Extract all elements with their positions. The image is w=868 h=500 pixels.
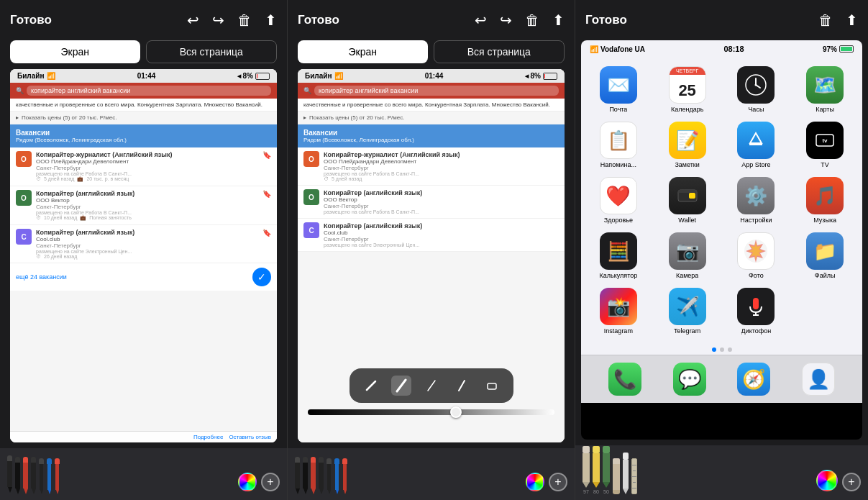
pen-3-1[interactable]: 97	[583, 446, 590, 494]
pen-2-1[interactable]	[295, 457, 300, 494]
redo-icon-2[interactable]: ↪	[500, 12, 512, 29]
app-calendar[interactable]: ЧЕТВЕРГ 25 Календарь	[653, 62, 722, 117]
app-files[interactable]: 📁 Файлы	[790, 228, 859, 283]
app-wallet[interactable]: Wallet	[653, 173, 722, 228]
job-time-0: ⏱ 5 дней назад 💼 20 тыс. р. в месяц	[36, 176, 271, 182]
draw-tool-thin[interactable]	[421, 376, 442, 396]
svg-rect-4	[488, 383, 496, 389]
trash-icon-1[interactable]: 🗑	[237, 12, 252, 29]
color-wheel-1[interactable]	[238, 473, 257, 491]
draw-tool-angled[interactable]	[452, 376, 472, 396]
share-icon-3[interactable]: ⬆	[846, 12, 858, 29]
feedback-link-1[interactable]: Оставить отзыв	[229, 434, 271, 440]
bookmark-icon-0[interactable]: 🔖	[262, 151, 271, 159]
pen-2-5[interactable]	[326, 458, 332, 494]
app-clock[interactable]: Часы	[722, 62, 791, 117]
panel-screenshot-1: Готово ↩ ↪ 🗑 ⬆ Экран Вся страница Билайн…	[0, 0, 288, 500]
bookmark-icon-2[interactable]: 🔖	[262, 229, 271, 237]
pen-1-6[interactable]	[47, 458, 52, 494]
pen-2-7[interactable]	[342, 458, 347, 494]
dock-messages[interactable]: 💬	[670, 360, 709, 399]
more-vacancies-1[interactable]: ещё 24 вакансии	[16, 273, 67, 281]
app-calculator[interactable]: 🧮 Калькулятор	[584, 228, 653, 283]
mail-label: Почта	[609, 106, 627, 113]
pen-2-2[interactable]	[303, 457, 308, 494]
color-slider-knob-2[interactable]	[450, 406, 462, 418]
notes-label: Заметки	[675, 161, 699, 168]
job-item-1[interactable]: О Копирайтер (английский язык) ООО Векто…	[10, 186, 277, 225]
add-pen-button-1[interactable]: +	[261, 473, 280, 491]
add-pen-button-3[interactable]: +	[842, 473, 861, 491]
color-slider-2[interactable]	[308, 409, 554, 415]
fab-1[interactable]: ✓	[252, 268, 271, 286]
wifi-icon-1: 📶	[47, 72, 55, 80]
done-button-2[interactable]: Готово	[298, 13, 339, 27]
wallet-label: Wallet	[678, 217, 696, 224]
pen-3-eraser[interactable]	[613, 458, 620, 494]
color-wheel-2[interactable]	[526, 473, 544, 491]
add-pen-button-2[interactable]: +	[549, 473, 567, 491]
job-location-2: Санкт-Петербург	[36, 242, 271, 249]
pen-1-2[interactable]	[15, 457, 20, 494]
tab-fullpage-1[interactable]: Вся страница	[146, 40, 278, 63]
appstore-label: App Store	[741, 161, 770, 168]
dock-safari[interactable]: 🧭	[734, 360, 773, 399]
bookmark-icon-1[interactable]: 🔖	[262, 190, 271, 198]
pen-1-7[interactable]	[55, 458, 60, 494]
trash-icon-3[interactable]: 🗑	[818, 12, 833, 29]
pen-1-3[interactable]	[23, 457, 28, 494]
app-music[interactable]: 🎵 Музыка	[790, 173, 859, 228]
pen-2-4[interactable]	[319, 457, 324, 494]
app-camera[interactable]: 📷 Камера	[653, 228, 722, 283]
pen-2-6[interactable]	[334, 458, 339, 494]
search-field-1[interactable]: копирайтер английский вакансии	[27, 86, 271, 96]
share-icon-2[interactable]: ⬆	[552, 12, 565, 29]
job-item-2[interactable]: С Копирайтер (английский язык) Cool.club…	[10, 225, 277, 263]
draw-tool-diagonal[interactable]	[361, 376, 381, 396]
undo-icon-2[interactable]: ↩	[475, 12, 487, 29]
details-link-1[interactable]: Подробнее	[193, 434, 224, 440]
undo-icon-1[interactable]: ↩	[187, 12, 199, 29]
draw-tool-pen-selected[interactable]	[391, 376, 411, 396]
pen-3-2[interactable]: 80	[593, 446, 600, 494]
app-instagram[interactable]: 📸 Instagram	[584, 283, 653, 339]
app-dictation[interactable]: Диктофон	[722, 283, 791, 339]
pen-3-ruler[interactable]	[631, 458, 637, 494]
job-info-2: Копирайтер (английский язык) Cool.club С…	[36, 229, 271, 259]
app-reminders[interactable]: 📋 Напомина...	[584, 117, 653, 173]
pen-1-1[interactable]	[7, 455, 12, 494]
dock-contacts[interactable]: 👤	[799, 360, 838, 399]
tab-fullpage-2[interactable]: Вся страница	[434, 40, 565, 63]
pen-1-4[interactable]	[31, 457, 36, 494]
app-maps[interactable]: 🗺️ Карты	[790, 62, 859, 117]
tab-screen-1[interactable]: Экран	[10, 40, 140, 63]
app-mail[interactable]: ✉️ Почта	[584, 62, 653, 117]
maps-icon: 🗺️	[806, 66, 844, 104]
pen-3-3[interactable]: 50	[603, 446, 610, 494]
app-telegram[interactable]: ✈️ Telegram	[653, 283, 722, 339]
done-button-1[interactable]: Готово	[10, 13, 52, 27]
app-tv[interactable]: tv TV	[790, 117, 859, 173]
pen-3-white[interactable]	[623, 453, 629, 494]
calculator-label: Калькулятор	[600, 272, 638, 279]
pen-1-5[interactable]	[39, 458, 44, 494]
ios-battery-pct: 97%	[823, 45, 837, 53]
draw-tool-eraser[interactable]	[482, 376, 502, 396]
pen-2-3[interactable]	[311, 457, 316, 494]
app-notes[interactable]: 📝 Заметки	[653, 117, 722, 173]
color-wheel-3[interactable]	[816, 470, 838, 491]
app-settings[interactable]: ⚙️ Настройки	[722, 173, 791, 228]
done-button-3[interactable]: Готово	[585, 13, 627, 27]
job-company-0: ООО Плейджандари Девелопмент	[36, 158, 271, 165]
app-health[interactable]: ❤️ Здоровье	[584, 173, 653, 228]
tab-screen-2[interactable]: Экран	[298, 40, 428, 63]
dock-phone[interactable]: 📞	[606, 360, 644, 399]
settings-label: Настройки	[740, 217, 772, 224]
app-photos[interactable]: Фото	[722, 228, 791, 283]
trash-icon-2[interactable]: 🗑	[525, 12, 539, 29]
share-icon-1[interactable]: ⬆	[265, 12, 277, 29]
app-appstore[interactable]: App Store	[722, 117, 791, 173]
job-item-0[interactable]: О Копирайтер-журналист (Английский язык)…	[10, 147, 277, 186]
redo-icon-1[interactable]: ↪	[212, 12, 224, 29]
messages-app-icon: 💬	[673, 363, 706, 396]
